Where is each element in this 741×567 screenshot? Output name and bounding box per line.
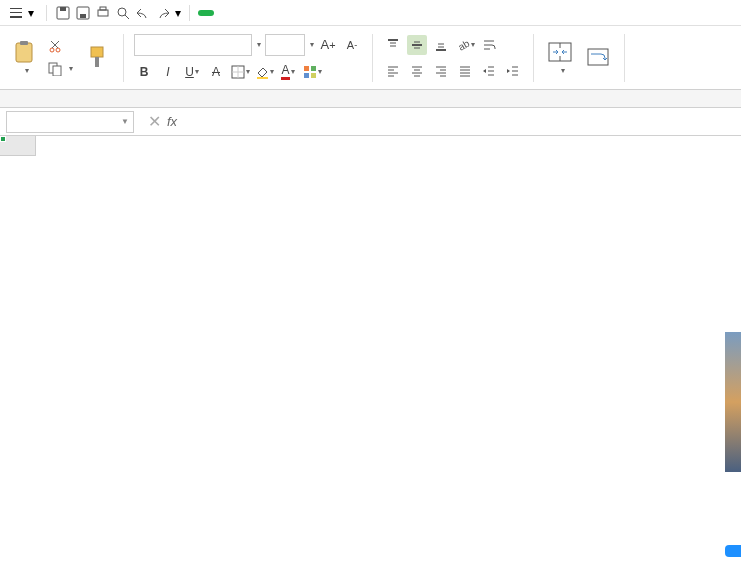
tab-data[interactable] xyxy=(278,10,294,16)
chevron-down-icon[interactable]: ▼ xyxy=(121,117,129,126)
paste-button[interactable]: ▾ xyxy=(8,38,40,77)
fill-handle[interactable] xyxy=(0,136,6,142)
border-button[interactable]: ▾ xyxy=(230,62,250,82)
chevron-down-icon: ▾ xyxy=(28,6,34,20)
cut-button[interactable] xyxy=(46,39,75,55)
separator xyxy=(123,34,124,82)
decrease-font-icon[interactable]: A- xyxy=(342,35,362,55)
tab-page-layout[interactable] xyxy=(238,10,254,16)
font-name-select[interactable] xyxy=(134,34,252,56)
wrap-icon xyxy=(586,45,610,69)
separator xyxy=(189,5,190,21)
merge-icon xyxy=(548,40,572,64)
tab-start[interactable] xyxy=(198,10,214,16)
align-bottom-icon[interactable] xyxy=(431,35,451,55)
auto-wrap-button[interactable] xyxy=(582,43,614,73)
svg-point-11 xyxy=(56,48,60,52)
svg-rect-8 xyxy=(16,43,32,62)
save-as-icon[interactable] xyxy=(75,5,91,21)
format-painter-button[interactable] xyxy=(81,43,113,73)
separator xyxy=(624,34,625,82)
formula-input[interactable] xyxy=(185,112,741,131)
svg-rect-5 xyxy=(100,7,106,10)
tab-formula[interactable] xyxy=(258,10,274,16)
cell-styles-button[interactable]: ▾ xyxy=(302,62,322,82)
tab-insert[interactable] xyxy=(218,10,234,16)
tab-more[interactable] xyxy=(358,10,374,16)
svg-rect-22 xyxy=(304,66,309,71)
justify-icon[interactable] xyxy=(455,61,475,81)
italic-button[interactable]: I xyxy=(158,62,178,82)
separator xyxy=(372,34,373,82)
side-image xyxy=(725,332,741,472)
ribbon-spacer xyxy=(0,90,741,108)
file-menu[interactable]: ▾ xyxy=(6,4,38,22)
separator xyxy=(533,34,534,82)
svg-rect-23 xyxy=(311,66,316,71)
svg-line-7 xyxy=(125,15,129,19)
svg-point-6 xyxy=(118,8,126,16)
align-right-icon[interactable] xyxy=(431,61,451,81)
print-preview-icon[interactable] xyxy=(115,5,131,21)
tab-view[interactable] xyxy=(318,10,334,16)
align-middle-icon[interactable] xyxy=(407,35,427,55)
separator xyxy=(46,5,47,21)
scissors-icon xyxy=(48,40,62,54)
fill-color-button[interactable]: ▾ xyxy=(254,62,274,82)
bold-button[interactable]: B xyxy=(134,62,154,82)
redo-icon[interactable] xyxy=(155,5,171,21)
paintbrush-icon xyxy=(85,45,109,69)
svg-rect-9 xyxy=(20,41,28,45)
name-box[interactable]: ▼ xyxy=(6,111,134,133)
indent-increase-icon[interactable] xyxy=(503,61,523,81)
svg-rect-16 xyxy=(91,47,103,57)
tab-dev-tools[interactable] xyxy=(338,10,354,16)
svg-rect-21 xyxy=(257,77,268,79)
chevron-down-icon[interactable]: ▾ xyxy=(310,40,314,49)
align-top-icon[interactable] xyxy=(383,35,403,55)
menu-bar: ▾ ▾ xyxy=(0,0,741,26)
qat-dropdown-icon[interactable]: ▾ xyxy=(175,6,181,20)
wrap-text-icon[interactable] xyxy=(479,35,499,55)
ribbon: ▾ ▾ ▾ ▾ A+ A- B I U▾ A ▾ ▾ A▾ ▾ xyxy=(0,26,741,90)
tab-review[interactable] xyxy=(298,10,314,16)
strikethrough-button[interactable]: A xyxy=(206,62,226,82)
svg-rect-25 xyxy=(311,73,316,78)
svg-line-13 xyxy=(51,41,58,48)
undo-icon[interactable] xyxy=(135,5,151,21)
increase-font-icon[interactable]: A+ xyxy=(318,35,338,55)
copy-button[interactable]: ▾ xyxy=(46,61,75,77)
svg-rect-4 xyxy=(98,10,108,16)
svg-rect-1 xyxy=(60,7,66,11)
fx-icon[interactable]: fx xyxy=(167,114,177,129)
chevron-down-icon[interactable]: ▾ xyxy=(257,40,261,49)
align-left-icon[interactable] xyxy=(383,61,403,81)
font-size-select[interactable] xyxy=(265,34,305,56)
merge-center-button[interactable]: ▾ xyxy=(544,38,576,77)
svg-rect-17 xyxy=(95,57,99,67)
save-icon[interactable] xyxy=(55,5,71,21)
print-icon[interactable] xyxy=(95,5,111,21)
svg-line-12 xyxy=(52,41,59,48)
svg-point-10 xyxy=(50,48,54,52)
font-color-button[interactable]: A▾ xyxy=(278,62,298,82)
svg-text:ab: ab xyxy=(456,38,470,52)
svg-rect-15 xyxy=(53,66,61,76)
underline-button[interactable]: U▾ xyxy=(182,62,202,82)
orientation-icon[interactable]: ab▾ xyxy=(455,35,475,55)
cancel-icon[interactable]: ✕ xyxy=(148,112,161,131)
align-center-icon[interactable] xyxy=(407,61,427,81)
hamburger-icon xyxy=(10,8,22,18)
indent-decrease-icon[interactable] xyxy=(479,61,499,81)
svg-rect-24 xyxy=(304,73,309,78)
formula-bar: ▼ ✕ fx xyxy=(0,108,741,136)
clipboard-icon xyxy=(12,40,36,64)
spreadsheet-grid[interactable] xyxy=(0,136,741,566)
tag-badge xyxy=(725,545,741,557)
svg-rect-3 xyxy=(80,14,86,18)
copy-icon xyxy=(48,62,62,76)
